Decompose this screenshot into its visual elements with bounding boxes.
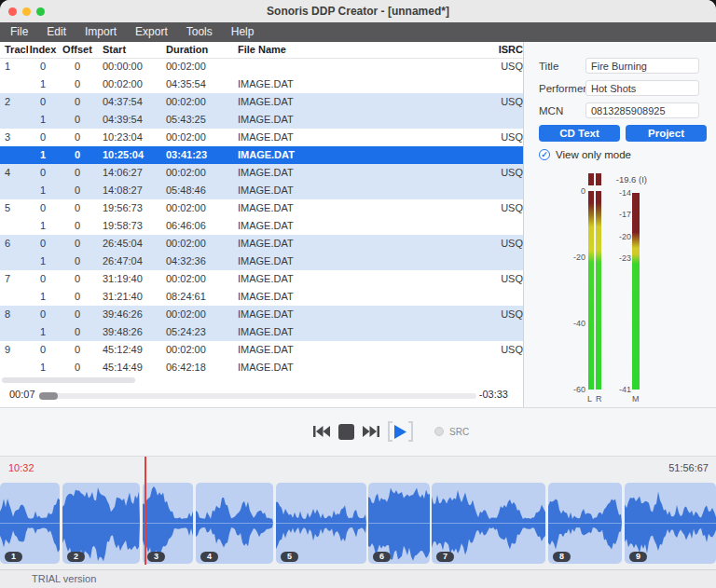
menu-item-edit[interactable]: Edit [37, 22, 76, 42]
waveform-segment-6[interactable]: 6 [368, 483, 430, 564]
waveform-segment-5[interactable]: 5 [276, 483, 366, 564]
cell-offset: 0 [58, 75, 97, 93]
waveform-segment-7[interactable]: 7 [432, 483, 545, 564]
menu-item-help[interactable]: Help [222, 22, 264, 42]
project-button[interactable]: Project [626, 125, 707, 142]
horizontal-scrollbar-thumb[interactable] [2, 377, 135, 383]
cd-text-button[interactable]: CD Text [539, 125, 620, 142]
table-row[interactable]: 1010:25:0403:41:23IMAGE.DAT [0, 146, 523, 164]
check-circle-icon: ✓ [539, 149, 550, 160]
cell-index: 1 [28, 323, 58, 341]
menu-item-export[interactable]: Export [126, 22, 177, 42]
status-bar: TRIAL version [0, 569, 716, 588]
menu-item-import[interactable]: Import [76, 22, 126, 42]
cell-isrc: USQ [489, 129, 523, 146]
remaining-time-label: -03:33 [479, 389, 508, 400]
waveform-segment-9[interactable]: 9 [625, 483, 716, 564]
cell-start: 26:45:04 [97, 235, 160, 253]
mcn-input[interactable] [585, 103, 699, 118]
title-label: Title [539, 61, 585, 72]
track-table: Track Index Offset Start Duration File N… [0, 42, 524, 407]
table-row[interactable]: 1014:08:2705:48:46IMAGE.DAT [0, 182, 523, 199]
cell-index: 1 [28, 253, 58, 270]
table-row[interactable]: 80039:46:2600:02:00IMAGE.DATUSQ [0, 306, 523, 323]
menu-item-file[interactable]: File [1, 22, 37, 42]
table-row[interactable]: 40014:06:2700:02:00IMAGE.DATUSQ [0, 164, 523, 182]
skip-back-icon [313, 425, 330, 438]
table-row[interactable]: 50019:56:7300:02:00IMAGE.DATUSQ [0, 199, 523, 217]
table-row[interactable]: 1031:21:4008:24:61IMAGE.DAT [0, 288, 523, 306]
table-row[interactable]: 20004:37:5400:02:00IMAGE.DATUSQ [0, 93, 523, 111]
skip-back-button[interactable] [313, 425, 330, 438]
skip-forward-button[interactable] [363, 425, 379, 438]
cell-offset: 0 [58, 58, 97, 75]
playhead-cursor[interactable] [145, 457, 146, 565]
cell-isrc [489, 182, 523, 199]
cell-isrc: USQ [489, 306, 523, 323]
performer-field-row: Performer [539, 80, 716, 96]
cell-dur: 04:32:36 [160, 253, 232, 270]
seek-slider-thumb[interactable] [39, 392, 58, 400]
menu-item-tools[interactable]: Tools [177, 22, 222, 42]
stop-button[interactable] [338, 424, 354, 440]
cell-offset: 0 [58, 359, 97, 376]
table-row[interactable]: 30010:23:0400:02:00IMAGE.DATUSQ [0, 129, 523, 146]
cell-start: 19:58:73 [97, 217, 160, 235]
table-row[interactable]: 1026:47:0404:32:36IMAGE.DAT [0, 253, 523, 270]
waveform-segment-8[interactable]: 8 [548, 483, 622, 564]
table-row[interactable]: 1019:58:7306:46:06IMAGE.DAT [0, 217, 523, 235]
close-window-button[interactable] [8, 7, 17, 16]
table-row[interactable]: 70031:19:4000:02:00IMAGE.DATUSQ [0, 270, 523, 288]
performer-input[interactable] [585, 80, 699, 96]
table-row[interactable]: 1004:39:5405:43:25IMAGE.DAT [0, 111, 523, 129]
loudness-meter [632, 193, 640, 390]
cell-file: IMAGE.DAT [232, 93, 489, 111]
table-row[interactable]: 1000:02:0004:35:54IMAGE.DAT [0, 75, 523, 93]
waveform-segment-1[interactable]: 1 [0, 483, 60, 564]
cell-isrc: USQ [489, 199, 523, 217]
table-row[interactable]: 1039:48:2605:24:23IMAGE.DAT [0, 323, 523, 341]
cell-track: 7 [0, 270, 28, 288]
cell-file: IMAGE.DAT [232, 111, 489, 129]
cell-track: 5 [0, 199, 28, 217]
cell-dur: 00:02:00 [160, 199, 232, 217]
src-indicator[interactable]: SRC [434, 427, 469, 437]
zoom-window-button[interactable] [36, 7, 45, 16]
cell-dur: 00:02:00 [160, 270, 232, 288]
view-only-checkbox[interactable]: ✓ View only mode [539, 149, 716, 160]
level-meter-left [588, 191, 594, 390]
cell-start: 10:23:04 [97, 129, 160, 146]
seek-slider-track[interactable] [39, 393, 476, 399]
title-input[interactable] [585, 58, 699, 74]
cell-track [0, 217, 28, 235]
trial-version-label: TRIAL version [32, 573, 96, 584]
waveform-segment-4[interactable]: 4 [196, 483, 273, 564]
table-row[interactable]: 10000:00:0000:02:00USQ [0, 58, 523, 75]
track-number-badge: 2 [67, 552, 85, 562]
playhead-position-label: 10:32 [8, 462, 34, 473]
cell-dur: 05:48:46 [160, 182, 232, 199]
table-row[interactable]: 1045:14:4906:42:18IMAGE.DAT [0, 359, 523, 376]
cell-offset: 0 [58, 199, 97, 217]
cell-offset: 0 [58, 270, 97, 288]
cell-isrc: USQ [489, 235, 523, 253]
level-meter-right [596, 191, 601, 390]
cell-index: 0 [28, 341, 58, 359]
waveform-segment-3[interactable]: 3 [143, 483, 193, 564]
view-only-label: View only mode [556, 149, 631, 160]
play-button[interactable] [388, 421, 413, 442]
cell-track [0, 182, 28, 199]
cell-offset: 0 [58, 129, 97, 146]
table-row[interactable]: 90045:12:4900:02:00IMAGE.DATUSQ [0, 341, 523, 359]
cell-track [0, 146, 28, 164]
table-row[interactable]: 60026:45:0400:02:00IMAGE.DATUSQ [0, 235, 523, 253]
cell-offset: 0 [58, 164, 97, 182]
waveform-segment-2[interactable]: 2 [62, 483, 140, 564]
cell-offset: 0 [58, 217, 97, 235]
cell-isrc: USQ [489, 164, 523, 182]
panel-buttons: CD TextProject [539, 125, 716, 142]
waveform-strip: 123456789 [0, 483, 716, 564]
app-window: Sonoris DDP Creator - [unnamed*] FileEdi… [0, 0, 716, 588]
column-header-isrc: ISRC [489, 42, 523, 58]
minimize-window-button[interactable] [22, 7, 31, 16]
